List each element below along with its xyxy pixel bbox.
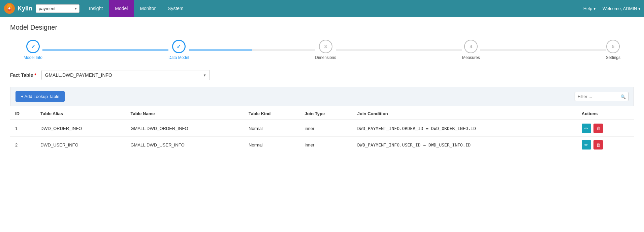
- step-model-info-label: Model Info: [24, 55, 42, 60]
- step-dimensions-circle: 3: [319, 40, 332, 53]
- brand-name: Kylin: [18, 5, 32, 12]
- step-settings: 5 Settings: [606, 40, 620, 60]
- project-selector[interactable]: payment: [36, 4, 79, 13]
- nav-item-monitor[interactable]: Monitor: [134, 0, 162, 17]
- col-id: ID: [10, 108, 35, 120]
- step-model-info: ✓ Model Info: [24, 40, 42, 60]
- connector-1-2: [42, 49, 168, 51]
- welcome-label[interactable]: Welcome, ADMIN ▾: [603, 6, 641, 11]
- step-model-info-circle: ✓: [26, 40, 40, 53]
- row2-delete-button[interactable]: 🗑: [593, 140, 603, 150]
- nav-item-system[interactable]: System: [162, 0, 190, 17]
- row1-alias: DWD_ORDER_INFO: [35, 120, 126, 137]
- row1-actions: ✏ 🗑: [577, 120, 634, 137]
- table-row: 2 DWD_USER_INFO GMALL.DWD_USER_INFO Norm…: [10, 137, 634, 153]
- row2-alias: DWD_USER_INFO: [35, 137, 126, 153]
- row1-join-type: inner: [299, 120, 352, 137]
- row1-join-condition: DWD_PAYMENT_INFO.ORDER_ID = DWD_ORDER_IN…: [352, 120, 577, 137]
- row1-id: 1: [10, 120, 35, 137]
- connector-2-3-right: [252, 49, 315, 51]
- fact-table-label: Fact Table *: [10, 72, 36, 78]
- kylin-logo-icon: [3, 2, 15, 14]
- col-table-alias: Table Alias: [35, 108, 126, 120]
- step-data-model-label: Data Model: [168, 55, 189, 60]
- brand: Kylin: [3, 2, 32, 14]
- add-lookup-table-button[interactable]: + Add Lookup Table: [15, 91, 65, 102]
- fact-table-select[interactable]: GMALL.DWD_PAYMENT_INFO: [41, 70, 210, 80]
- row2-join-condition: DWD_PAYMENT_INFO.USER_ID = DWD_USER_INFO…: [352, 137, 577, 153]
- row2-kind: Normal: [244, 137, 299, 153]
- step-measures: 4 Measures: [462, 40, 480, 60]
- step-dimensions-label: Dimensions: [315, 55, 336, 60]
- col-join-condition: Join Condition: [352, 108, 577, 120]
- step-dimensions: 3 Dimensions: [315, 40, 336, 60]
- nav-item-model[interactable]: Model: [109, 0, 134, 17]
- table-header-row: ID Table Alias Table Name Table Kind Joi…: [10, 108, 634, 120]
- page-title: Model Designer: [10, 24, 634, 31]
- search-icon: 🔍: [620, 94, 626, 99]
- navbar: Kylin payment Insight Model Monitor Syst…: [0, 0, 644, 17]
- connector-3-4: [336, 49, 462, 51]
- row2-actions: ✏ 🗑: [577, 137, 634, 153]
- row1-delete-button[interactable]: 🗑: [593, 124, 603, 133]
- connector-2-3-left: [189, 49, 252, 51]
- nav-items: Insight Model Monitor System: [83, 0, 583, 17]
- col-table-name: Table Name: [125, 108, 244, 120]
- row2-edit-button[interactable]: ✏: [582, 140, 591, 150]
- stepper: ✓ Model Info ✓ Data Model 3 Dimensions 4…: [10, 40, 634, 60]
- row2-join-type: inner: [299, 137, 352, 153]
- row1-edit-button[interactable]: ✏: [582, 124, 591, 133]
- step-data-model: ✓ Data Model: [168, 40, 189, 60]
- fact-table-row: Fact Table * GMALL.DWD_PAYMENT_INFO: [10, 70, 634, 80]
- help-button[interactable]: Help ▾: [583, 6, 596, 11]
- step-measures-circle: 4: [464, 40, 478, 53]
- project-select-input[interactable]: payment: [36, 4, 79, 13]
- table-toolbar: + Add Lookup Table 🔍: [10, 87, 634, 106]
- step-measures-label: Measures: [462, 55, 480, 60]
- row2-id: 2: [10, 137, 35, 153]
- row1-kind: Normal: [244, 120, 299, 137]
- col-join-type: Join Type: [299, 108, 352, 120]
- filter-wrapper: 🔍: [575, 92, 629, 101]
- col-actions: Actions: [577, 108, 634, 120]
- lookup-table: ID Table Alias Table Name Table Kind Joi…: [10, 108, 634, 153]
- nav-right: Help ▾ Welcome, ADMIN ▾: [583, 6, 641, 11]
- nav-item-insight[interactable]: Insight: [83, 0, 109, 17]
- main-content: Model Designer ✓ Model Info ✓ Data Model…: [0, 17, 644, 232]
- fact-table-select-wrapper: GMALL.DWD_PAYMENT_INFO: [41, 70, 210, 80]
- step-settings-label: Settings: [606, 55, 620, 60]
- row1-name: GMALL.DWD_ORDER_INFO: [125, 120, 244, 137]
- required-indicator: *: [34, 72, 36, 78]
- row2-name: GMALL.DWD_USER_INFO: [125, 137, 244, 153]
- step-data-model-circle: ✓: [172, 40, 186, 53]
- table-row: 1 DWD_ORDER_INFO GMALL.DWD_ORDER_INFO No…: [10, 120, 634, 137]
- svg-point-3: [8, 7, 10, 9]
- step-settings-circle: 5: [606, 40, 620, 53]
- col-table-kind: Table Kind: [244, 108, 299, 120]
- connector-4-5: [480, 49, 606, 51]
